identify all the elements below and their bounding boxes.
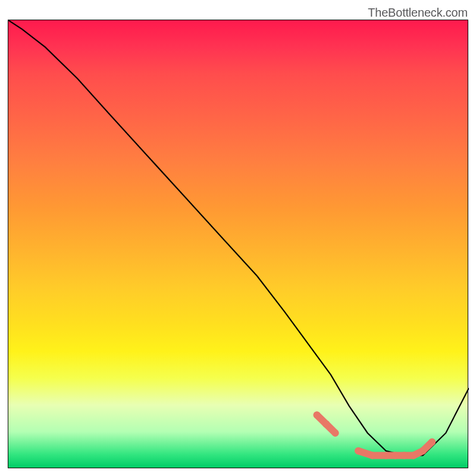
- highlight-dot: [332, 430, 339, 437]
- highlight-dot: [369, 452, 376, 459]
- highlight-dots-group: [314, 412, 436, 459]
- highlight-dot: [322, 421, 330, 428]
- bottleneck-curve-line: [8, 20, 469, 455]
- chart-svg: [8, 20, 469, 469]
- highlight-dot: [392, 452, 399, 459]
- highlight-dot: [401, 452, 408, 459]
- highlight-dot: [419, 447, 427, 455]
- highlight-dot: [383, 452, 390, 459]
- watermark-text: TheBottleneck.com: [368, 6, 468, 20]
- highlight-dot: [314, 412, 321, 419]
- highlight-dot: [428, 439, 436, 446]
- highlight-dot: [410, 452, 417, 459]
- highlight-dot: [355, 447, 362, 455]
- plot-area: [8, 20, 468, 468]
- chart-container: TheBottleneck.com: [0, 0, 476, 476]
